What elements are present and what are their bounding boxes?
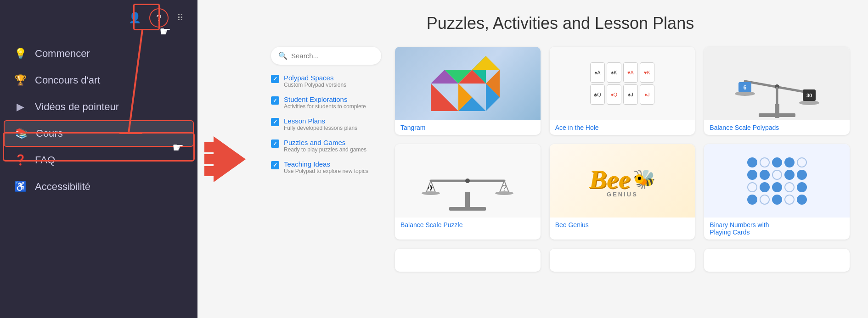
- svg-point-22: [799, 100, 819, 105]
- filter-title-polypad-spaces: Polypad Spaces: [284, 74, 346, 82]
- grid-icon[interactable]: ⠿: [177, 12, 184, 23]
- user-icon[interactable]: 👤: [129, 12, 141, 24]
- mini-card: ♠K: [607, 62, 621, 83]
- binary-dot: [772, 182, 782, 192]
- sidebar-label-videos: Vidéos de pointeur: [35, 101, 119, 113]
- bee-text: Bee: [589, 164, 630, 195]
- filter-text-teaching-ideas: Teaching Ideas Use Polypad to explore ne…: [284, 160, 368, 174]
- arrow-bar-2: [204, 154, 214, 164]
- binary-dot-empty: [760, 195, 770, 205]
- binary-dot-empty: [772, 170, 782, 180]
- sidebar-top-bar: 👤 ? ⠿: [0, 0, 197, 36]
- sidebar-item-commencer[interactable]: 💡 Commencer: [0, 40, 197, 67]
- card-partial-1[interactable]: [395, 249, 541, 272]
- page-title: Puzzles, Activities and Lesson Plans: [271, 14, 850, 33]
- arrow-head: [214, 136, 246, 182]
- sidebar-navigation: 💡 Commencer 🏆 Concours d'art ▶ Vidéos de…: [0, 36, 197, 205]
- sidebar-item-concours[interactable]: 🏆 Concours d'art: [0, 67, 197, 94]
- filter-title-student-explorations: Student Explorations: [284, 95, 366, 103]
- filter-puzzles-games[interactable]: Puzzles and Games Ready to play puzzles …: [271, 139, 381, 153]
- mini-card: ♦Q: [607, 84, 621, 105]
- mini-card: ♣Q: [590, 84, 605, 105]
- card-partial-3[interactable]: [704, 249, 850, 272]
- filter-lesson-plans[interactable]: Lesson Plans Fully developed lessons pla…: [271, 117, 381, 131]
- lightbulb-icon: 💡: [14, 48, 27, 60]
- binary-dot-empty: [747, 182, 757, 192]
- binary-dot: [747, 157, 757, 167]
- filter-student-explorations[interactable]: Student Explorations Activities for stud…: [271, 95, 381, 110]
- filter-sub-student-explorations: Activities for students to complete: [284, 103, 366, 110]
- tangram-svg: [422, 47, 513, 120]
- filter-title-teaching-ideas: Teaching Ideas: [284, 160, 368, 168]
- play-icon: ▶: [14, 101, 27, 113]
- card-label-tangram: Tangram: [395, 120, 541, 135]
- card-label-ace: Ace in the Hole: [550, 120, 695, 135]
- svg-point-30: [465, 179, 470, 183]
- card-binary-numbers[interactable]: Binary Numbers withPlaying Cards: [704, 144, 850, 240]
- filter-polypad-spaces[interactable]: Polypad Spaces Custom Polypad versions: [271, 74, 381, 88]
- svg-rect-28: [449, 207, 486, 211]
- card-image-ace: ♠A ♠K ♥A ♥K ♣Q ♦Q ♠J ♦J: [550, 47, 695, 120]
- playing-cards-display: ♠A ♠K ♥A ♥K ♣Q ♦Q ♠J ♦J: [583, 56, 661, 112]
- content-area: 🔍 Polypad Spaces Custom Polypad versions…: [271, 47, 850, 272]
- binary-dot: [797, 195, 807, 205]
- bee-emoji: 🐝: [633, 168, 656, 190]
- binary-dot: [747, 170, 757, 180]
- bee-content: Bee 🐝 GENIUS: [589, 144, 655, 218]
- question-icon: ❓: [14, 154, 27, 166]
- checkbox-polypad-spaces[interactable]: [271, 75, 279, 83]
- card-image-bee: Bee 🐝 GENIUS: [550, 144, 695, 218]
- sidebar-label-faq: FAQ: [35, 154, 55, 166]
- search-box[interactable]: 🔍: [271, 47, 381, 65]
- svg-text:6: 6: [743, 84, 746, 91]
- filter-teaching-ideas[interactable]: Teaching Ideas Use Polypad to explore ne…: [271, 160, 381, 174]
- balance-puzzle-svg: ✈ ?: [417, 146, 518, 215]
- binary-dot-empty: [797, 157, 807, 167]
- card-balance-scale-puzzle[interactable]: ✈ ? Balance Scale Puzzle: [395, 144, 541, 240]
- binary-dot-empty: [784, 195, 795, 205]
- binary-dot: [784, 170, 795, 180]
- filter-sub-lesson-plans: Fully developed lessons plans: [284, 125, 357, 131]
- card-label-balance-puzzle: Balance Scale Puzzle: [395, 218, 541, 232]
- sidebar-item-accessibilite[interactable]: ♿ Accessibilité: [0, 173, 197, 200]
- card-image-binary: [704, 144, 850, 218]
- binary-dot-empty: [760, 157, 770, 167]
- sidebar-item-cours[interactable]: 📚 Cours ☛: [4, 120, 194, 147]
- sidebar-label-commencer: Commencer: [35, 48, 90, 60]
- help-icon-button[interactable]: ?: [149, 8, 169, 28]
- sidebar-label-cours: Cours: [36, 128, 63, 139]
- sidebar-item-videos[interactable]: ▶ Vidéos de pointeur: [0, 94, 197, 120]
- checkbox-puzzles-games[interactable]: [271, 139, 279, 148]
- card-bee-genius[interactable]: Bee 🐝 GENIUS Bee Genius: [550, 144, 695, 240]
- accessibility-icon: ♿: [14, 181, 27, 193]
- binary-dot: [772, 195, 782, 205]
- card-ace-in-hole[interactable]: ♠A ♠K ♥A ♥K ♣Q ♦Q ♠J ♦J Ace in the Hole: [550, 47, 695, 135]
- card-tangram[interactable]: Tangram: [395, 47, 541, 135]
- sidebar-item-faq[interactable]: ❓ FAQ: [0, 147, 197, 173]
- sidebar-label-concours: Concours d'art: [35, 74, 100, 86]
- filter-panel: 🔍 Polypad Spaces Custom Polypad versions…: [271, 47, 381, 272]
- filter-sub-puzzles-games: Ready to play puzzles and games: [284, 146, 366, 153]
- filter-sub-teaching-ideas: Use Polypad to explore new topics: [284, 168, 368, 174]
- sidebar-label-accessibilite: Accessibilité: [35, 181, 90, 193]
- binary-dot: [797, 182, 807, 192]
- filter-text-polypad-spaces: Polypad Spaces Custom Polypad versions: [284, 74, 346, 88]
- svg-rect-13: [759, 113, 795, 117]
- card-partial-2[interactable]: [550, 249, 695, 272]
- binary-dot: [784, 157, 795, 167]
- search-input[interactable]: [291, 52, 374, 60]
- card-label-balance-polypads: Balance Scale Polypads: [704, 120, 850, 135]
- mini-card: ♥K: [640, 62, 654, 83]
- book-icon: 📚: [15, 128, 28, 139]
- filter-text-puzzles-games: Puzzles and Games Ready to play puzzles …: [284, 139, 366, 153]
- checkbox-teaching-ideas[interactable]: [271, 161, 279, 169]
- checkbox-student-explorations[interactable]: [271, 96, 279, 105]
- bee-logo: Bee 🐝: [589, 164, 655, 195]
- card-balance-scale-polypads[interactable]: 6 30 Balance Scale Polypads: [704, 47, 850, 135]
- search-icon: 🔍: [278, 51, 287, 60]
- mini-card: ♠A: [590, 62, 605, 83]
- binary-grid: [739, 149, 815, 213]
- checkbox-lesson-plans[interactable]: [271, 118, 279, 126]
- arrow-bar-3: [204, 166, 214, 176]
- mini-card: ♠J: [623, 84, 638, 105]
